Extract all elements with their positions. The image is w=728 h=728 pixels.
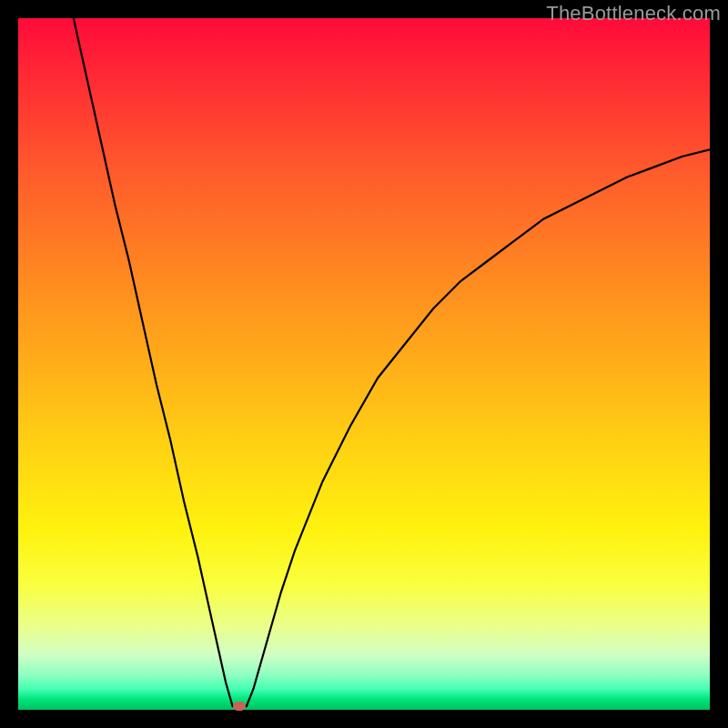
- min-point-marker: [233, 702, 246, 711]
- bottleneck-curve: [18, 18, 710, 710]
- chart-frame: TheBottleneck.com: [0, 0, 728, 728]
- watermark-text: TheBottleneck.com: [546, 2, 721, 25]
